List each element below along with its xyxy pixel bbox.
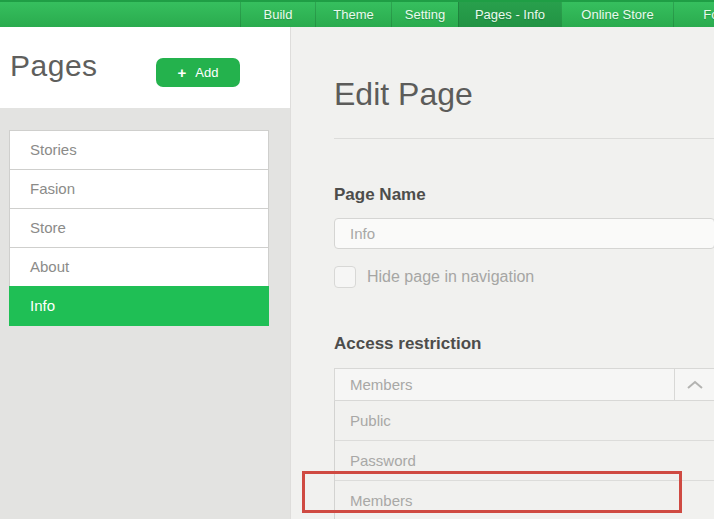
page-list: Stories Fasion Store About Info xyxy=(9,130,269,326)
page-name-input[interactable] xyxy=(334,218,714,249)
page-title: Edit Page xyxy=(334,75,714,113)
sidebar-title: Pages xyxy=(10,49,98,83)
plus-icon: + xyxy=(178,65,187,80)
tab-setting[interactable]: Setting xyxy=(391,2,458,27)
option-members[interactable]: Members xyxy=(335,481,714,519)
tab-build[interactable]: Build xyxy=(240,2,315,27)
edit-page-panel: Edit Page Page Name Hide page in navigat… xyxy=(290,27,714,519)
page-item-store[interactable]: Store xyxy=(9,208,269,248)
option-public[interactable]: Public xyxy=(335,401,714,441)
topbar-spacer xyxy=(0,2,240,27)
chevron-up-icon xyxy=(686,380,704,390)
hide-page-checkbox-label: Hide page in navigation xyxy=(367,268,534,286)
hide-page-row: Hide page in navigation xyxy=(334,266,714,288)
page-name-label: Page Name xyxy=(334,185,714,205)
access-options-panel: Public Password Members xyxy=(334,401,714,519)
access-selected-value: Members xyxy=(335,369,714,400)
hide-page-checkbox[interactable] xyxy=(334,266,356,288)
tab-form[interactable]: Form xyxy=(673,2,714,27)
top-navigation-bar: Build Theme Setting Pages - Info Online … xyxy=(0,0,714,27)
page-item-about[interactable]: About xyxy=(9,247,269,287)
page-item-stories[interactable]: Stories xyxy=(9,130,269,170)
add-page-button[interactable]: + Add xyxy=(156,58,240,87)
access-restriction-select[interactable]: Members xyxy=(334,368,714,401)
tab-pages-info[interactable]: Pages - Info xyxy=(458,2,561,27)
access-restriction-label: Access restriction xyxy=(334,334,714,354)
page-item-fasion[interactable]: Fasion xyxy=(9,169,269,209)
option-password[interactable]: Password xyxy=(335,441,714,481)
sidebar-header: Pages + Add xyxy=(0,27,290,108)
page-item-info[interactable]: Info xyxy=(9,286,269,326)
add-button-label: Add xyxy=(195,65,218,80)
tab-theme[interactable]: Theme xyxy=(315,2,391,27)
pages-sidebar: Pages + Add Stories Fasion Store About I… xyxy=(0,27,290,519)
title-divider xyxy=(334,138,714,139)
select-arrow-cell[interactable] xyxy=(674,369,714,400)
tab-online-store[interactable]: Online Store xyxy=(561,2,673,27)
